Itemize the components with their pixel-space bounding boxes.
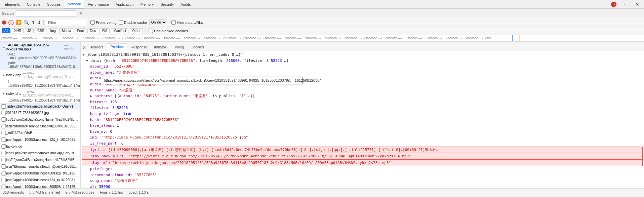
filter-other-btn[interactable]: Other — [130, 28, 143, 33]
throttle-select[interactable]: Online — [149, 19, 167, 25]
sidebar-item-path: :path: ...98a943870c34115e8c290507183a2c… — [3, 61, 78, 69]
filter-media-btn[interactable]: Media — [59, 28, 73, 33]
search-close-btn[interactable]: ✕ — [78, 11, 84, 16]
request-row-9[interactable]: lrcV1?jsonCallBack&songName=%E6%82%B2%E4… — [0, 157, 80, 163]
tab-application[interactable]: Application — [112, 0, 137, 8]
sidebar-item-index1[interactable]: ▶ index.php — www api.kugou.com/yy/index… — [0, 70, 80, 89]
request-row-3[interactable]: lrcV1?jsonCallBack&songName=%E6%82%B2%E4… — [0, 116, 80, 123]
request-row-13[interactable]: post?appid=1000&business=30050&_t=161250… — [0, 184, 80, 188]
filter-font-btn[interactable]: Font — [75, 28, 86, 33]
import-icon[interactable]: ⬆ — [31, 20, 35, 25]
request-checkbox-8[interactable] — [1, 151, 6, 155]
detail-tab-headers[interactable]: Headers — [86, 44, 107, 50]
json-data-text: data: {hash: "8D12C0EED74C76BE9CFDDCBEA7… — [90, 58, 288, 63]
filter-icon[interactable]: 🔽 — [16, 20, 22, 25]
timeline-ticks: 200000 ms 400000 ms 600000 ms 800000 ms … — [1, 37, 506, 40]
tab-network[interactable]: Network — [64, 0, 84, 8]
request-checkbox-2[interactable] — [1, 111, 6, 115]
disable-cache-checkbox[interactable] — [119, 20, 123, 25]
request-checkbox-5[interactable] — [1, 131, 6, 135]
request-checkbox-13[interactable] — [1, 185, 6, 188]
filter-js-btn[interactable]: JS — [25, 28, 34, 33]
request-row-11[interactable]: post?appid=1000&business=30032&_t=161250… — [0, 170, 80, 177]
preserve-log-checkbox[interactable] — [90, 20, 95, 25]
request-name-8: index.php?r=play/getdata&callback=jQuery… — [6, 151, 79, 155]
tab-sources[interactable]: Sources — [44, 0, 64, 8]
disable-cache-label[interactable]: Disable cache — [119, 20, 147, 25]
divider2 — [88, 20, 88, 25]
detail-close-btn[interactable]: ✕ — [83, 45, 86, 50]
json-hash: hash: "8D12C0EED74C76BE9CFDDCBEA770BE66" — [82, 117, 643, 123]
request-checkbox-12[interactable] — [1, 178, 6, 182]
tab-performance[interactable]: Performance — [84, 0, 112, 8]
tick-2: 400000 ms — [22, 37, 42, 40]
export-icon[interactable]: ⬇ — [37, 20, 41, 25]
tick-8: 1600000 ms — [143, 37, 163, 40]
tab-elements[interactable]: Elements — [1, 0, 24, 8]
request-checkbox-4[interactable] — [1, 124, 6, 128]
has-blocked-cookies-label[interactable]: Has blocked cookies — [149, 29, 188, 33]
filter-input[interactable] — [46, 20, 86, 25]
sidebar-selected-item[interactable]: ▶ _A0DAF34pOiABsIMADSv-ykkq2s784.mp3 — w… — [0, 42, 80, 70]
tick-22: 4400000 ms — [425, 37, 445, 40]
has-blocked-cookies-checkbox[interactable] — [149, 29, 153, 33]
expand-authors[interactable]: ▶ — [90, 94, 92, 98]
detail-tab-cookies[interactable]: Cookies — [187, 44, 207, 50]
request-row-4[interactable]: iscn?&format=jsonp&callback=jQuery191035… — [0, 123, 80, 130]
json-album-name: album_name: "悲伤是道疤" — [82, 70, 643, 76]
detail-tab-preview[interactable]: Preview — [107, 43, 127, 50]
filter-ws-btn[interactable]: WS — [99, 28, 110, 33]
request-row-6[interactable]: post?appid=1000&business=12&_t=161250816… — [0, 136, 80, 143]
filter-all-btn[interactable]: All — [2, 28, 10, 33]
divider3 — [169, 20, 169, 25]
record-button[interactable] — [2, 21, 6, 25]
search-input[interactable] — [16, 10, 76, 16]
sidebar-item-index2[interactable]: ▶ index.php — www api.kugou.com/yy/index… — [0, 89, 80, 104]
hide-data-urls-label[interactable]: Hide data URLs — [171, 20, 203, 25]
request-checkbox-10[interactable] — [1, 164, 6, 169]
request-row-7[interactable]: favicon.ico — [0, 143, 80, 150]
hide-data-urls-checkbox[interactable] — [171, 20, 176, 25]
close-devtools-btn[interactable]: ✕ — [632, 1, 643, 8]
filter-img-btn[interactable]: Img — [48, 28, 58, 33]
tick-21: 4200000 ms — [405, 37, 425, 40]
preserve-log-label[interactable]: Preserve log — [90, 20, 117, 25]
detail-tab-initiator[interactable]: Initiator — [151, 44, 169, 50]
request-row-8[interactable]: index.php?r=play/getdata&callback=jQuery… — [0, 150, 80, 157]
filter-css-btn[interactable]: CSS — [35, 28, 47, 33]
search-network-icon[interactable]: 🔍 — [24, 20, 29, 25]
filter-doc-btn[interactable]: Doc — [87, 28, 98, 33]
expand-data[interactable]: ▼ — [86, 58, 88, 63]
tick-11: 2200000 ms — [203, 37, 223, 40]
request-checkbox-11[interactable] — [1, 171, 6, 175]
request-name-11: post?appid=1000&business=30032&_t=161250… — [6, 171, 79, 175]
tick-5: 1000000 ms — [82, 37, 102, 40]
request-checkbox-1[interactable] — [1, 104, 6, 109]
tab-console[interactable]: Console — [24, 0, 44, 8]
request-row-5[interactable]: _A0DAF34pOiAB... — [0, 130, 80, 136]
left-sidebar: ▶ _A0DAF34pOiABsIMADSv-ykkq2s784.mp3 — w… — [0, 42, 81, 188]
alert-count: 3 — [611, 2, 616, 7]
request-checkbox-7[interactable] — [1, 144, 6, 149]
request-checkbox-3[interactable] — [1, 117, 6, 122]
request-row-12[interactable]: post?appid=1000&business=12&_t=161250816… — [0, 177, 80, 184]
request-checkbox-9[interactable] — [1, 158, 6, 162]
more-options-btn[interactable]: ⋮ — [618, 1, 630, 8]
tab-memory[interactable]: Memory — [137, 0, 157, 8]
request-row-2[interactable]: 20191217173531620525.jpg — [0, 110, 80, 116]
detail-tab-timing[interactable]: Timing — [169, 44, 187, 50]
request-name-4: iscn?&format=jsonp&callback=jQuery191035… — [6, 124, 79, 128]
request-name-3: lrcV1?jsonCallBack&songName=%E6%82%B2%E4… — [6, 118, 79, 121]
filter-xhr-btn[interactable]: XHR — [12, 28, 24, 33]
tab-audits[interactable]: Audits — [177, 0, 194, 8]
tab-security[interactable]: Security — [157, 0, 177, 8]
json-play-url: play_url: "https://webfs.yun.kugou.com/2… — [82, 160, 643, 166]
request-checkbox-6[interactable] — [1, 137, 6, 142]
json-privilege: privilege: — [82, 166, 643, 172]
expand-root[interactable]: ▶ — [83, 52, 85, 57]
filter-manifest-btn[interactable]: Manifest — [111, 28, 128, 33]
detail-tab-response[interactable]: Response — [127, 44, 151, 50]
request-row-1[interactable]: index.php?r=play/getdata&callback=jQuery… — [0, 104, 80, 110]
clear-btn[interactable]: 🚫 — [8, 20, 14, 25]
request-row-10[interactable]: iscn?&format=jsonp&callback=jQuery191035… — [0, 163, 80, 170]
